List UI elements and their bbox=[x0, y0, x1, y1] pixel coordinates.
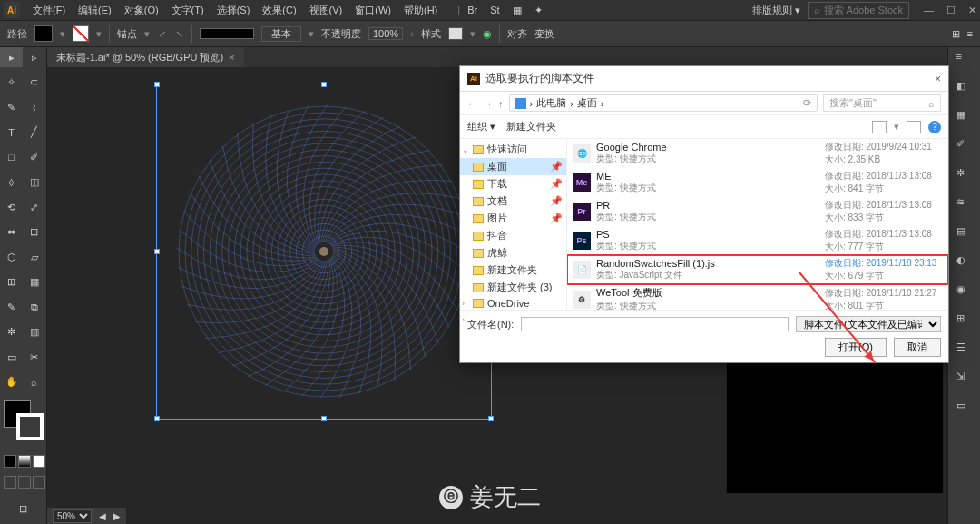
file-list[interactable]: 🌐Google Chrome类型: 快捷方式修改日期: 2019/9/24 10… bbox=[567, 139, 948, 310]
tree-node[interactable]: 新建文件夹 (3) bbox=[460, 279, 566, 296]
magic-wand-tool[interactable]: ✧ bbox=[0, 73, 23, 93]
hand-tool[interactable]: ✋ bbox=[0, 372, 23, 392]
gradient-tool[interactable]: ▦ bbox=[23, 272, 45, 292]
organize-button[interactable]: 组织 ▾ bbox=[467, 120, 495, 133]
file-row[interactable]: 📄RandomSwatchesFill (1).js类型: JavaScript… bbox=[567, 255, 948, 284]
brushes-panel-icon[interactable]: ✐ bbox=[956, 138, 973, 154]
eraser-tool[interactable]: ◫ bbox=[23, 173, 45, 193]
dialog-close-icon[interactable]: × bbox=[935, 73, 941, 85]
nav-prev-icon[interactable]: ◀ bbox=[99, 511, 106, 521]
transform-label[interactable]: 变换 bbox=[534, 27, 554, 41]
draw-behind[interactable] bbox=[18, 476, 31, 489]
align-label[interactable]: 对齐 bbox=[507, 27, 527, 41]
color-mode[interactable] bbox=[4, 455, 16, 468]
pen-tool[interactable]: ✎ bbox=[0, 97, 23, 117]
tree-node[interactable]: 下载📌 bbox=[460, 175, 566, 193]
bridge-icon[interactable]: Br bbox=[462, 3, 483, 17]
artboard-tool[interactable]: ▭ bbox=[0, 347, 23, 367]
menu-view[interactable]: 视图(V) bbox=[304, 2, 348, 19]
rectangle-tool[interactable]: □ bbox=[0, 147, 23, 167]
properties-panel-icon[interactable]: ≡ bbox=[956, 51, 973, 67]
document-tab[interactable]: 未标题-1.ai* @ 50% (RGB/GPU 预览) × bbox=[47, 47, 244, 67]
appearance-panel-icon[interactable]: ◉ bbox=[956, 283, 973, 300]
none-mode[interactable] bbox=[33, 455, 45, 468]
tree-node[interactable]: ›OneDrive bbox=[460, 296, 566, 310]
search-stock[interactable]: ⌕ 搜索 Adobe Stock bbox=[808, 2, 909, 19]
brush-preview[interactable] bbox=[200, 28, 254, 39]
selection-tool[interactable]: ▸ bbox=[0, 47, 23, 67]
swatches-panel-icon[interactable]: ▦ bbox=[956, 109, 973, 125]
screen-mode[interactable]: ⊡ bbox=[0, 499, 45, 519]
zoom-select[interactable]: 50% bbox=[53, 509, 92, 523]
perspective-tool[interactable]: ▱ bbox=[23, 247, 45, 267]
direct-selection-tool[interactable]: ▹ bbox=[23, 47, 45, 67]
folder-tree[interactable]: ⌄快速访问桌面📌下载📌文档📌图片📌抖音虎鲸新建文件夹新建文件夹 (3)›OneD… bbox=[460, 139, 567, 310]
symbol-sprayer-tool[interactable]: ✲ bbox=[0, 322, 23, 342]
menu-edit[interactable]: 编辑(E) bbox=[73, 2, 117, 19]
arrange-icon[interactable]: ▦ bbox=[507, 3, 527, 18]
shaper-tool[interactable]: ◊ bbox=[0, 173, 23, 193]
panel-menu-icon[interactable]: ≡ bbox=[967, 28, 973, 39]
stroke-panel-icon[interactable]: ≋ bbox=[956, 196, 973, 213]
view-mode-icon[interactable] bbox=[872, 121, 887, 133]
layers-panel-icon[interactable]: ☰ bbox=[956, 341, 973, 358]
graph-tool[interactable]: ▥ bbox=[23, 322, 45, 342]
stock-icon[interactable]: St bbox=[485, 3, 505, 17]
artboards-panel-icon[interactable]: ▭ bbox=[956, 400, 973, 416]
shape-builder-tool[interactable]: ⬡ bbox=[0, 247, 23, 267]
dialog-titlebar[interactable]: Ai 选取要执行的脚本文件 × bbox=[460, 66, 948, 92]
fill-stroke-control[interactable] bbox=[0, 400, 45, 446]
lasso-tool[interactable]: ⊂ bbox=[23, 73, 45, 93]
menu-effect[interactable]: 效果(C) bbox=[257, 2, 301, 19]
new-folder-button[interactable]: 新建文件夹 bbox=[506, 120, 556, 133]
stroke-swatch[interactable] bbox=[73, 25, 89, 42]
max-icon[interactable]: ☐ bbox=[946, 5, 956, 16]
menu-help[interactable]: 帮助(H) bbox=[398, 2, 443, 19]
asset-export-panel-icon[interactable]: ⇲ bbox=[956, 371, 973, 387]
min-icon[interactable]: — bbox=[924, 5, 934, 16]
menu-object[interactable]: 对象(O) bbox=[119, 2, 164, 19]
close-icon[interactable]: ✕ bbox=[968, 5, 976, 16]
tab-close-icon[interactable]: × bbox=[229, 52, 234, 63]
width-tool[interactable]: ⇔ bbox=[0, 222, 23, 242]
gradient-mode[interactable] bbox=[18, 455, 31, 468]
convert-icon[interactable]: ⟋ bbox=[157, 28, 167, 39]
convert-icon-2[interactable]: ⟍ bbox=[174, 28, 184, 39]
draw-normal[interactable] bbox=[4, 476, 16, 489]
scale-tool[interactable]: ⤢ bbox=[23, 197, 45, 217]
tree-node[interactable]: 虎鲸 bbox=[460, 244, 566, 262]
tree-node[interactable]: 新建文件夹 bbox=[460, 262, 566, 279]
tree-node[interactable]: 抖音 bbox=[460, 227, 566, 244]
opacity-value[interactable]: 100% bbox=[368, 27, 403, 40]
draw-inside[interactable] bbox=[33, 476, 45, 489]
tree-node[interactable]: 桌面📌 bbox=[460, 158, 566, 175]
nav-back-icon[interactable]: ← bbox=[467, 98, 477, 109]
brush-style[interactable]: 基本 bbox=[261, 26, 301, 42]
tree-node[interactable]: 文档📌 bbox=[460, 193, 566, 210]
view-list-icon[interactable] bbox=[906, 121, 921, 133]
line-tool[interactable]: ╱ bbox=[23, 123, 45, 143]
help-icon[interactable]: ? bbox=[928, 121, 941, 133]
file-row[interactable]: PrPR类型: 快捷方式修改日期: 2018/11/3 13:08大小: 833… bbox=[567, 197, 948, 226]
workspace-switcher[interactable]: 排版规则 ▾ bbox=[747, 2, 806, 19]
menu-select[interactable]: 选择(S) bbox=[211, 2, 256, 19]
filetype-select[interactable]: 脚本文件(文本文件及已编译文件) bbox=[796, 316, 941, 332]
gradient-panel-icon[interactable]: ▤ bbox=[956, 225, 973, 242]
menu-window[interactable]: 窗口(W) bbox=[349, 2, 397, 19]
graphic-styles-panel-icon[interactable]: ⊞ bbox=[956, 312, 973, 329]
dialog-search[interactable]: 搜索"桌面" ⌕ bbox=[823, 94, 941, 112]
tree-node[interactable]: ⌄快速访问 bbox=[460, 141, 566, 158]
file-row[interactable]: PsPS类型: 快捷方式修改日期: 2018/11/3 13:08大小: 777… bbox=[567, 226, 948, 255]
type-tool[interactable]: T bbox=[0, 123, 23, 143]
file-row[interactable]: MeME类型: 快捷方式修改日期: 2018/11/3 13:08大小: 841… bbox=[567, 168, 948, 197]
menu-file[interactable]: 文件(F) bbox=[27, 2, 71, 19]
breadcrumb[interactable]: ›此电脑›桌面› ⟳ bbox=[509, 94, 818, 112]
curvature-tool[interactable]: ⌇ bbox=[23, 97, 45, 117]
nav-next-icon[interactable]: ▶ bbox=[113, 511, 121, 521]
nav-forward-icon[interactable]: → bbox=[483, 98, 493, 109]
file-row[interactable]: ⚙WeTool 免费版类型: 快捷方式修改日期: 2019/11/10 21:2… bbox=[567, 284, 948, 310]
nav-up-icon[interactable]: ↑ bbox=[498, 98, 504, 109]
transparency-panel-icon[interactable]: ◐ bbox=[956, 254, 973, 271]
filename-input[interactable] bbox=[521, 317, 789, 331]
file-row[interactable]: 🌐Google Chrome类型: 快捷方式修改日期: 2019/9/24 10… bbox=[567, 139, 948, 168]
